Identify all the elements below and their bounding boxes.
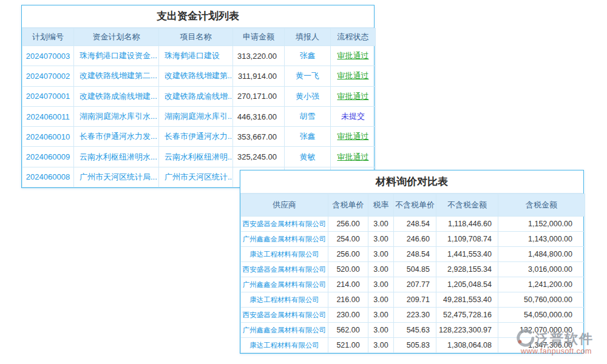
plan-table: 计划编号 资金计划名称 项目名称 申请金额 填报人 流程状态 202407000… (22, 28, 376, 187)
amount-with-tax-cell: 50,760,000.00 (498, 292, 585, 308)
project-name-cell[interactable]: 长春市伊通河水力... (159, 127, 233, 147)
price-no-tax-cell: 545.63 (394, 323, 436, 338)
supplier-cell[interactable]: 西安盛器金属材料有限公司 (241, 262, 328, 277)
price-with-tax-cell: 216.00 (328, 292, 368, 308)
plan-id-link[interactable]: 2024060009 (22, 147, 74, 167)
status-link[interactable]: 审批通过 (331, 127, 376, 147)
col-header-price-with-tax: 含税单价 (328, 194, 368, 217)
project-name-cell[interactable]: 改建铁路成渝线增... (159, 86, 233, 106)
amount-cell: 446,316.00 (233, 106, 285, 126)
reporter-cell: 黄敏 (285, 147, 331, 167)
amount-with-tax-cell: 3,016,000.00 (498, 262, 585, 277)
tax-rate-cell: 3.00 (368, 217, 394, 232)
plan-id-link[interactable]: 2024060011 (22, 106, 74, 126)
inquiry-table-row: 西安盛器金属材料有限公司230.003.00223.3052,475,728.1… (241, 308, 585, 323)
col-header-plan-id: 计划编号 (22, 29, 74, 46)
col-header-amount-with-tax: 含税金额 (498, 194, 585, 217)
project-name-cell[interactable]: 珠海鹤港口建设 (159, 46, 233, 66)
price-with-tax-cell: 214.00 (328, 277, 368, 292)
supplier-cell[interactable]: 广州鑫鑫金属材料有限公司 (241, 323, 328, 338)
inquiry-table-row: 广州鑫鑫金属材料有限公司562.003.00545.63128,223,300.… (241, 323, 585, 338)
price-no-tax-cell: 207.77 (394, 277, 436, 292)
price-with-tax-cell: 562.00 (328, 323, 368, 338)
amount-no-tax-cell: 128,223,300.97 (436, 323, 498, 338)
amount-cell: 270,171.00 (233, 86, 285, 106)
material-inquiry-panel: 材料询价对比表 供应商 含税单价 税率 不含税单价 不含税金额 含税金额 西安盛… (240, 170, 584, 354)
amount-with-tax-cell: 1,347,306.00 (498, 338, 585, 353)
plan-table-row: 2024060011湖南洞庭湖水库引水...湖南洞庭湖水库引...446,316… (22, 106, 376, 126)
reporter-cell: 黄一飞 (285, 66, 331, 86)
plan-name-cell[interactable]: 云南水利枢纽潜明水... (74, 147, 159, 167)
project-name-cell[interactable]: 湖南洞庭湖水库引... (159, 106, 233, 126)
tax-rate-cell: 3.00 (368, 277, 394, 292)
price-no-tax-cell: 246.60 (394, 232, 436, 247)
price-with-tax-cell: 520.00 (328, 262, 368, 277)
col-header-supplier: 供应商 (241, 194, 328, 217)
amount-with-tax-cell: 132,070,000.00 (498, 323, 585, 338)
price-with-tax-cell: 254.00 (328, 232, 368, 247)
amount-with-tax-cell: 1,152,000.00 (498, 217, 585, 232)
inquiry-table: 供应商 含税单价 税率 不含税单价 不含税金额 含税金额 西安盛器金属材料有限公… (240, 194, 585, 353)
price-no-tax-cell: 248.54 (394, 247, 436, 262)
amount-no-tax-cell: 1,118,446.60 (436, 217, 498, 232)
plan-id-link[interactable]: 2024060008 (22, 167, 74, 187)
plan-name-cell[interactable]: 湖南洞庭湖水库引水... (74, 106, 159, 126)
supplier-cell[interactable]: 康达工程材料有限公司 (241, 292, 328, 308)
supplier-cell[interactable]: 西安盛器金属材料有限公司 (241, 217, 328, 232)
price-no-tax-cell: 209.71 (394, 292, 436, 308)
tax-rate-cell: 3.00 (368, 232, 394, 247)
plan-id-link[interactable]: 2024070001 (22, 86, 74, 106)
plan-table-header-row: 计划编号 资金计划名称 项目名称 申请金额 填报人 流程状态 (22, 29, 376, 46)
plan-name-cell[interactable]: 珠海鹤港口建设资金... (74, 46, 159, 66)
plan-name-cell[interactable]: 广州市天河区统计局... (74, 167, 159, 187)
plan-id-link[interactable]: 2024070003 (22, 46, 74, 66)
plan-id-link[interactable]: 2024060010 (22, 127, 74, 147)
plan-table-row: 2024070003珠海鹤港口建设资金...珠海鹤港口建设313,220.00张… (22, 46, 376, 66)
inquiry-table-row: 西安盛器金属材料有限公司520.003.00504.852,928,155.34… (241, 262, 585, 277)
supplier-cell[interactable]: 西安盛器金属材料有限公司 (241, 308, 328, 323)
project-name-cell[interactable]: 云南水利枢纽潜明... (159, 147, 233, 167)
tax-rate-cell: 3.00 (368, 338, 394, 353)
tax-rate-cell: 3.00 (368, 308, 394, 323)
status-link[interactable]: 审批通过 (331, 147, 376, 167)
amount-cell: 313,220.00 (233, 46, 285, 66)
amount-no-tax-cell: 2,928,155.34 (436, 262, 498, 277)
col-header-price-no-tax: 不含税单价 (394, 194, 436, 217)
inquiry-table-header-row: 供应商 含税单价 税率 不含税单价 不含税金额 含税金额 (241, 194, 585, 217)
col-header-plan-name: 资金计划名称 (74, 29, 159, 46)
reporter-cell: 张鑫 (285, 46, 331, 66)
amount-cell: 311,914.00 (233, 66, 285, 86)
amount-with-tax-cell: 54,050,000.00 (498, 308, 585, 323)
plan-name-cell[interactable]: 长春市伊通河水力发... (74, 127, 159, 147)
supplier-cell[interactable]: 康达工程材料有限公司 (241, 338, 328, 353)
supplier-cell[interactable]: 康达工程材料有限公司 (241, 247, 328, 262)
price-no-tax-cell: 223.30 (394, 308, 436, 323)
status-link[interactable]: 审批通过 (331, 86, 376, 106)
status-link[interactable]: 审批通过 (331, 66, 376, 86)
price-no-tax-cell: 504.85 (394, 262, 436, 277)
plan-name-cell[interactable]: 改建铁路成渝线增建... (74, 86, 159, 106)
amount-no-tax-cell: 1,205,048.54 (436, 277, 498, 292)
inquiry-table-row: 广州鑫鑫金属材料有限公司254.003.00246.601,109,708.74… (241, 232, 585, 247)
tax-rate-cell: 3.00 (368, 262, 394, 277)
supplier-cell[interactable]: 广州鑫鑫金属材料有限公司 (241, 232, 328, 247)
plan-id-link[interactable]: 2024070002 (22, 66, 74, 86)
inquiry-table-title: 材料询价对比表 (240, 170, 583, 194)
reporter-cell: 胡雪 (285, 106, 331, 126)
price-with-tax-cell: 230.00 (328, 308, 368, 323)
plan-table-row: 2024070002改建铁路线增建第二...改建铁路线增建第...311,914… (22, 66, 376, 86)
status-link[interactable]: 未提交 (331, 106, 376, 126)
plan-table-row: 2024070001改建铁路成渝线增建...改建铁路成渝线增...270,171… (22, 86, 376, 106)
project-name-cell[interactable]: 广州市天河区统计... (159, 167, 233, 187)
inquiry-table-row: 广州鑫鑫金属材料有限公司214.003.00207.771,205,048.54… (241, 277, 585, 292)
supplier-cell[interactable]: 广州鑫鑫金属材料有限公司 (241, 277, 328, 292)
tax-rate-cell: 3.00 (368, 292, 394, 308)
amount-no-tax-cell: 52,475,728.16 (436, 308, 498, 323)
reporter-cell: 张鑫 (285, 127, 331, 147)
price-with-tax-cell: 521.00 (328, 338, 368, 353)
inquiry-table-row: 康达工程材料有限公司216.003.00209.7149,281,553.405… (241, 292, 585, 308)
project-name-cell[interactable]: 改建铁路线增建第... (159, 66, 233, 86)
amount-no-tax-cell: 1,308,064.08 (436, 338, 498, 353)
status-link[interactable]: 审批通过 (331, 46, 376, 66)
plan-name-cell[interactable]: 改建铁路线增建第二... (74, 66, 159, 86)
